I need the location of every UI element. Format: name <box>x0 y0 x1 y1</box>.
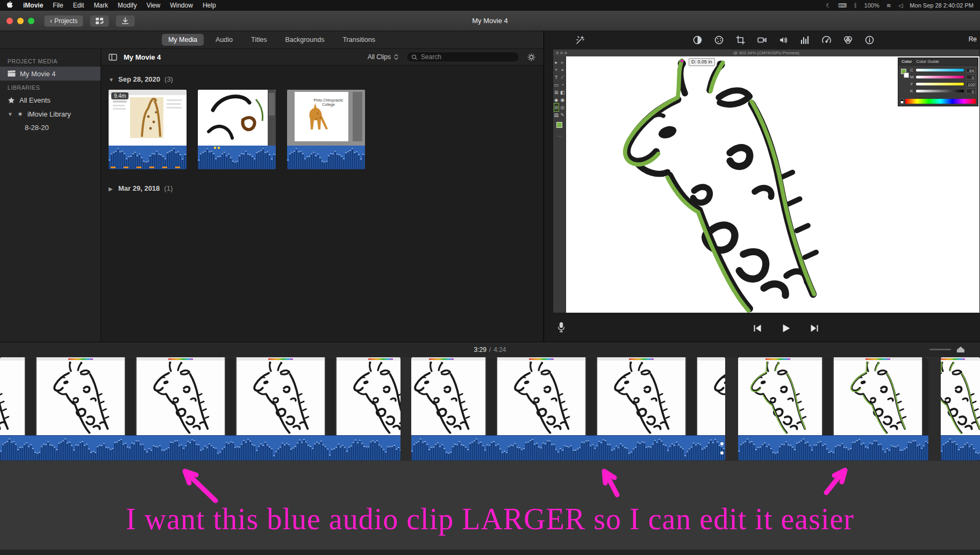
video-frame-thumbnail <box>237 357 325 435</box>
sketch-closeup <box>198 90 276 146</box>
battery-percent-label[interactable]: 100% <box>864 2 879 9</box>
playhead-time: 3:29 <box>474 346 486 354</box>
frame-color-dots <box>429 358 454 360</box>
menu-view[interactable]: View <box>146 2 160 9</box>
import-media-button[interactable] <box>116 15 135 27</box>
menu-mark[interactable]: Mark <box>94 2 108 9</box>
frame-seam <box>585 357 597 435</box>
search-field[interactable] <box>406 52 519 62</box>
illustrator-tool-icon: ◔ <box>561 81 564 89</box>
media-clip-thumbnail[interactable] <box>198 90 276 169</box>
group-date: Mar 29, 2018 <box>118 184 160 192</box>
play-button[interactable] <box>780 323 792 334</box>
voiceover-mic-icon[interactable] <box>556 322 567 335</box>
audio-waveform[interactable] <box>0 435 400 460</box>
color-palette-icon[interactable] <box>714 35 724 45</box>
audio-meter-icon[interactable] <box>800 35 810 45</box>
frame-color-dots <box>865 358 890 360</box>
close-window-button[interactable] <box>6 18 13 24</box>
stabilization-camera-icon[interactable] <box>757 35 767 45</box>
frame-color-dots <box>68 358 93 360</box>
crop-icon[interactable] <box>735 35 746 45</box>
giraffe-frame-sketch <box>342 361 400 434</box>
tab-backgrounds[interactable]: Backgrounds <box>278 34 331 46</box>
media-group-header[interactable]: ▶ Mar 29, 2018 (1) <box>109 184 543 192</box>
media-group-header[interactable]: ▼ Sep 28, 2020 (3) <box>109 75 543 83</box>
color-correction-icon[interactable] <box>843 35 853 45</box>
speed-icon[interactable] <box>821 35 832 45</box>
timeline-clip[interactable] <box>941 357 980 460</box>
sidebar-item-8-28-20[interactable]: 8-28-20 <box>0 121 101 134</box>
section-libraries: LIBRARIES <box>0 81 101 93</box>
timeline-zoom-slider[interactable] <box>929 349 951 350</box>
audio-waveform[interactable] <box>738 435 928 460</box>
total-duration: 4:24 <box>493 346 506 354</box>
sidebar-item-imovie-library[interactable]: ▼ ✶ iMovie Library <box>0 107 101 121</box>
illustrator-tool-icon: ⊘ <box>554 104 559 111</box>
keyboard-icon[interactable]: ⌨ <box>838 2 847 9</box>
timeline-clip[interactable] <box>0 357 400 460</box>
search-input[interactable] <box>421 53 514 61</box>
color-balance-icon[interactable] <box>692 35 703 45</box>
media-organizer-button[interactable] <box>90 15 109 27</box>
browser-content: ▼ Sep 28, 2020 (3) <box>101 66 543 342</box>
skip-back-button[interactable] <box>752 323 763 334</box>
info-icon[interactable] <box>864 35 875 45</box>
sidebar-toggle-icon[interactable] <box>109 53 117 61</box>
window-title-bar: ‹ Projects My Movie 4 <box>0 11 980 31</box>
clip-filter-dropdown[interactable]: All Clips <box>368 53 399 61</box>
menu-clock[interactable]: Mon Sep 28 2:40:02 PM <box>910 2 974 9</box>
slider-bar[interactable] <box>916 83 964 85</box>
skip-forward-button[interactable] <box>809 323 820 334</box>
tab-my-media[interactable]: My Media <box>162 34 204 46</box>
sidebar-item-my-movie-4[interactable]: My Movie 4 <box>0 67 101 81</box>
sidebar-item-all-events[interactable]: All Events <box>0 93 101 107</box>
sidebar-item-label: 8-28-20 <box>25 124 49 132</box>
media-clip-thumbnail[interactable]: 9.4m <box>109 90 187 169</box>
timeline-clip[interactable] <box>738 357 928 460</box>
tab-audio[interactable]: Audio <box>209 34 239 46</box>
tab-titles[interactable]: Titles <box>245 34 273 46</box>
timeline-settings-icon[interactable] <box>956 346 965 353</box>
clip-duration-badge: 9.4m <box>111 92 128 99</box>
audio-waveform[interactable] <box>411 435 725 460</box>
audio-waveform[interactable] <box>941 435 980 460</box>
menu-help[interactable]: Help <box>203 2 216 9</box>
menu-imovie[interactable]: iMovie <box>23 2 43 9</box>
timeline-clip[interactable] <box>411 357 725 460</box>
clip-filter-label: All Clips <box>368 53 391 61</box>
slider-bar[interactable] <box>916 69 964 71</box>
media-clip-thumbnail[interactable]: Pinto Chiropractic College <box>287 90 365 169</box>
video-frame-thumbnail <box>497 357 585 435</box>
giraffe-frame-sketch <box>142 361 219 434</box>
tab-transitions[interactable]: Transitions <box>336 34 382 46</box>
frame-seam <box>485 357 497 435</box>
enhance-wand-icon[interactable] <box>575 35 585 47</box>
menu-edit[interactable]: Edit <box>73 2 84 9</box>
disclosure-triangle-icon[interactable]: ▼ <box>109 77 114 83</box>
zoom-window-button[interactable] <box>28 18 34 24</box>
do-not-disturb-icon[interactable]: ☾ <box>826 2 831 9</box>
menu-modify[interactable]: Modify <box>118 2 137 9</box>
volume-icon[interactable]: ◁ <box>898 2 903 9</box>
browser-settings-icon[interactable] <box>527 53 536 62</box>
clip-handle-dot[interactable] <box>720 442 724 445</box>
slider-bar[interactable] <box>916 76 964 78</box>
minimize-window-button[interactable] <box>17 18 24 24</box>
menu-file[interactable]: File <box>53 2 63 9</box>
sidebar-item-label: iMovie Library <box>27 110 71 118</box>
annotation-area: I want this blue audio clip LARGER so I … <box>0 461 980 555</box>
apple-menu[interactable] <box>6 1 13 10</box>
disclosure-triangle-icon[interactable]: ▶ <box>109 186 114 192</box>
volume-speaker-icon[interactable] <box>778 35 789 45</box>
group-date: Sep 28, 2020 <box>118 75 160 83</box>
bluetooth-icon[interactable]: ᛒ <box>854 2 857 9</box>
timeline-track[interactable] <box>0 357 980 461</box>
clip-handle-dot[interactable] <box>720 451 724 455</box>
back-to-projects-button[interactable]: ‹ Projects <box>44 15 83 27</box>
wifi-icon[interactable]: ≋ <box>886 2 891 9</box>
menu-window[interactable]: Window <box>170 2 193 9</box>
slider-bar[interactable] <box>916 90 964 92</box>
disclosure-triangle-icon[interactable]: ▼ <box>8 111 13 117</box>
slider-value: 0 <box>966 75 976 80</box>
